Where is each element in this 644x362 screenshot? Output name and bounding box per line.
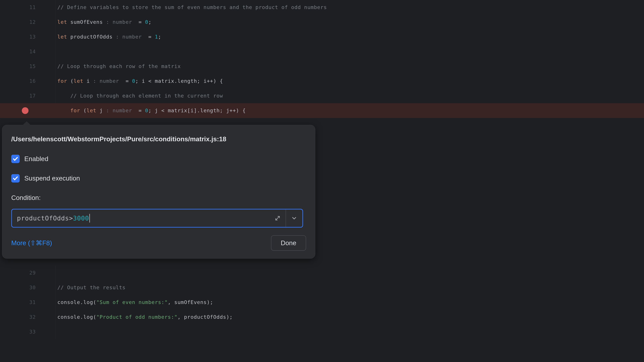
more-link[interactable]: More (⇧⌘F8) xyxy=(11,236,52,250)
condition-history-button[interactable] xyxy=(286,210,302,227)
svg-line-0 xyxy=(276,216,280,220)
gutter-line-number: 12 xyxy=(0,15,56,29)
expand-icon xyxy=(274,215,281,221)
comment: // Output the results xyxy=(57,285,126,291)
string-literal: "Sum of even numbers:" xyxy=(96,299,168,305)
gutter-line-number: 31 xyxy=(0,295,56,310)
keyword-for: for xyxy=(70,108,80,113)
gutter-line-number: 30 xyxy=(0,280,56,295)
code-line[interactable]: 29 xyxy=(0,266,644,280)
breakpoint-location-title: /Users/helenscott/WebstormProjects/Pure/… xyxy=(11,132,306,146)
type-hint: : number xyxy=(90,78,122,84)
number-literal: 0 xyxy=(145,108,148,113)
keyword-let: let xyxy=(86,108,96,113)
code-line[interactable]: 13 let productOfOdds : number = 1; xyxy=(0,29,644,44)
comment: // Loop through each element in the curr… xyxy=(70,93,223,99)
keyword-for: for xyxy=(57,78,67,84)
code-editor[interactable]: 11 // Define variables to store the sum … xyxy=(0,0,644,362)
number-literal: 0 xyxy=(145,19,148,25)
gutter-line-number: 32 xyxy=(0,310,56,325)
gutter-line-number: 14 xyxy=(0,44,56,59)
condition-identifier: productOfOdds xyxy=(17,211,69,226)
enabled-label: Enabled xyxy=(24,151,48,166)
code-line[interactable]: 12 let sumOfEvens : number = 0; xyxy=(0,15,644,29)
string-literal: "Product of odd numbers:" xyxy=(96,314,178,320)
checkmark-icon xyxy=(12,175,18,181)
comment: // Define variables to store the sum of … xyxy=(57,4,327,10)
breakpoint-settings-popup: /Users/helenscott/WebstormProjects/Pure/… xyxy=(2,125,315,259)
type-hint: : number xyxy=(103,19,135,25)
enabled-checkbox[interactable] xyxy=(11,155,20,163)
number-literal: 0 xyxy=(132,78,135,84)
gutter-line-number: 16 xyxy=(0,74,56,88)
code-line[interactable]: 11 // Define variables to store the sum … xyxy=(0,0,644,15)
breakpoint-icon[interactable] xyxy=(22,107,28,114)
number-literal: 1 xyxy=(155,34,158,40)
keyword-let: let xyxy=(57,34,67,40)
checkmark-icon xyxy=(12,156,18,162)
text-caret xyxy=(90,214,90,223)
keyword-let: let xyxy=(57,19,67,25)
code-line[interactable]: 30 // Output the results xyxy=(0,280,644,295)
expand-condition-button[interactable] xyxy=(270,210,286,227)
suspend-label: Suspend execution xyxy=(24,171,80,186)
code-line-breakpoint[interactable]: for (let j : number = 0; j < matrix[i].l… xyxy=(0,103,644,118)
done-button[interactable]: Done xyxy=(271,235,306,251)
condition-number: 3000 xyxy=(73,211,89,226)
code-line[interactable]: 31 console.log("Sum of even numbers:", s… xyxy=(0,295,644,310)
gutter-line-number: 29 xyxy=(0,266,56,280)
identifier: productOfOdds xyxy=(70,34,112,40)
condition-field-wrapper: productOfOdds > 3000 xyxy=(11,209,303,228)
gutter-line-number: 33 xyxy=(0,325,56,339)
code-line[interactable]: 33 xyxy=(0,325,644,339)
gutter-line-number: 13 xyxy=(0,29,56,44)
comment: // Loop through each row of the matrix xyxy=(57,63,181,69)
condition-label: Condition: xyxy=(11,190,306,205)
type-hint: : number xyxy=(112,34,145,40)
code-line[interactable]: 16 for (let i : number = 0; i < matrix.l… xyxy=(0,74,644,88)
condition-input[interactable]: productOfOdds > 3000 xyxy=(12,210,270,227)
code-line[interactable]: 14 xyxy=(0,44,644,59)
gutter-line-number: 11 xyxy=(0,0,56,15)
code-line[interactable]: 32 console.log("Product of odd numbers:"… xyxy=(0,310,644,325)
type-hint: : number xyxy=(103,108,135,113)
code-line[interactable]: 15 // Loop through each row of the matri… xyxy=(0,59,644,74)
gutter-line-number: 17 xyxy=(0,88,56,103)
identifier: sumOfEvens xyxy=(70,19,103,25)
keyword-let: let xyxy=(74,78,83,84)
gutter-line-number: 15 xyxy=(0,59,56,74)
chevron-down-icon xyxy=(291,215,297,221)
suspend-checkbox[interactable] xyxy=(11,174,20,183)
code-line[interactable]: 17 // Loop through each element in the c… xyxy=(0,88,644,103)
